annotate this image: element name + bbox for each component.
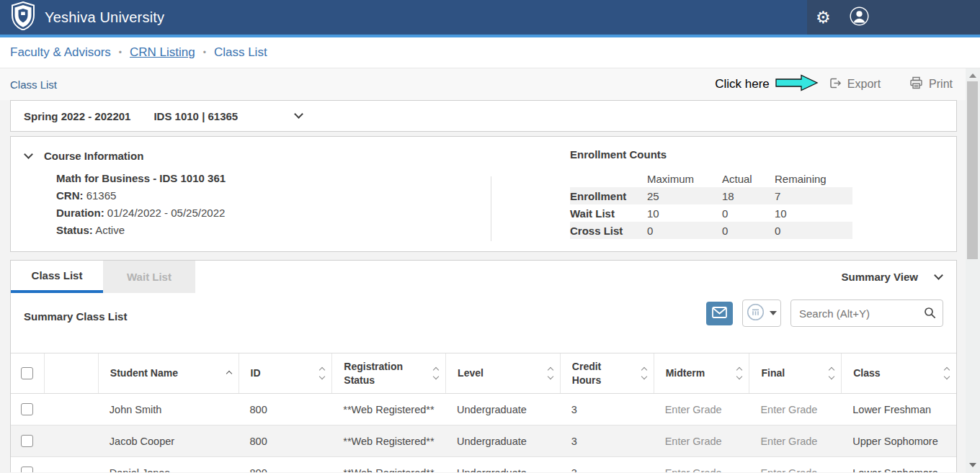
tab-class-list[interactable]: Class List xyxy=(11,261,103,293)
top-navbar: Yeshiva University ⚙ xyxy=(0,0,980,35)
click-here-annotation: Click here xyxy=(715,77,770,91)
student-class: Upper Sophomore xyxy=(841,436,956,447)
breadcrumb-separator: • xyxy=(203,48,206,58)
wait-list-row: Wait List 10 0 10 xyxy=(570,204,852,222)
registration-status: **Web Registered** xyxy=(331,404,445,415)
list-toolbar: Summary Class List xyxy=(11,293,956,339)
brand: Yeshiva University xyxy=(0,1,164,33)
tools-dropdown-button[interactable] xyxy=(742,299,781,327)
header-student-name[interactable]: Student Name xyxy=(98,353,239,393)
scrollbar-thumb[interactable] xyxy=(967,81,978,259)
selected-term: Spring 2022 - 202201 xyxy=(24,110,130,122)
table-header-row: Student Name ID Registration Status Leve… xyxy=(11,353,956,394)
sort-asc-icon xyxy=(226,370,231,376)
registration-status: **Web Registered** xyxy=(331,467,445,473)
sort-icons xyxy=(940,368,949,379)
row-checkbox[interactable] xyxy=(21,435,33,447)
midterm-enter-grade[interactable]: Enter Grade xyxy=(665,404,722,415)
student-id: 800 xyxy=(239,404,332,415)
envelope-icon xyxy=(712,307,727,320)
view-selector-label: Summary View xyxy=(842,271,918,283)
sort-icons xyxy=(733,368,741,379)
header-midterm[interactable]: Midterm xyxy=(654,353,749,393)
midterm-enter-grade[interactable]: Enter Grade xyxy=(665,436,722,447)
chevron-down-icon[interactable] xyxy=(294,109,303,119)
export-icon xyxy=(829,77,842,92)
vertical-divider xyxy=(491,176,491,241)
email-button[interactable] xyxy=(706,302,733,325)
search-icon[interactable] xyxy=(924,307,936,322)
header-blank xyxy=(44,353,98,393)
term-course-selector[interactable]: Spring 2022 - 202201 IDS 1010 | 61365 xyxy=(10,100,957,132)
cross-list-row: Cross List 0 0 0 xyxy=(570,222,852,239)
collapse-chevron-icon[interactable] xyxy=(24,150,33,159)
table-row: John Smith 800 **Web Registered** Underg… xyxy=(11,394,956,425)
brand-name: Yeshiva University xyxy=(45,9,164,26)
midterm-enter-grade[interactable]: Enter Grade xyxy=(665,467,722,473)
row-checkbox[interactable] xyxy=(21,403,33,415)
settings-gear-icon[interactable]: ⚙ xyxy=(816,9,831,26)
scrollbar-down-arrow[interactable] xyxy=(969,463,976,467)
row-checkbox[interactable] xyxy=(21,467,33,472)
sort-icons xyxy=(825,368,834,379)
student-level: Undergraduate xyxy=(445,436,560,447)
registration-status: **Web Registered** xyxy=(331,436,445,447)
sort-icons xyxy=(544,368,553,379)
student-class: Lower Freshman xyxy=(841,404,956,415)
class-list-panel: Class List Wait List Summary View Summar… xyxy=(10,260,957,472)
table-row: Daniel Jones 800 **Web Registered** Unde… xyxy=(11,457,956,472)
header-final[interactable]: Final xyxy=(749,353,841,393)
view-selector[interactable]: Summary View xyxy=(842,261,942,293)
breadcrumb-class-list[interactable]: Class List xyxy=(214,45,267,60)
credit-hours: 3 xyxy=(560,404,654,415)
search-input[interactable] xyxy=(790,299,943,327)
summary-class-list-heading: Summary Class List xyxy=(24,310,127,323)
breadcrumb-faculty-advisors[interactable]: Faculty & Advisors xyxy=(10,45,111,60)
header-level[interactable]: Level xyxy=(445,353,560,393)
student-level: Undergraduate xyxy=(445,467,560,473)
tab-wait-list[interactable]: Wait List xyxy=(103,261,195,293)
enrollment-counts: Enrollment Counts Maximum Actual Remaini… xyxy=(570,148,852,239)
user-avatar-icon[interactable] xyxy=(850,6,869,29)
breadcrumb-crn-listing[interactable]: CRN Listing xyxy=(130,45,195,60)
student-name: Jacob Cooper xyxy=(98,436,239,447)
print-button[interactable]: Print xyxy=(909,76,953,92)
enrollment-header-row: Maximum Actual Remaining xyxy=(570,170,852,187)
breadcrumb-separator: • xyxy=(119,48,122,58)
sort-icons xyxy=(638,368,646,379)
course-information-panel: Course Information Math for Business - I… xyxy=(10,136,957,252)
scrollbar-up-arrow[interactable] xyxy=(969,73,976,78)
student-id: 800 xyxy=(239,467,332,473)
student-class: Lower Sophomore xyxy=(841,467,956,473)
export-button[interactable]: Export xyxy=(829,77,881,92)
header-credit-hours[interactable]: Credit Hours xyxy=(560,353,654,393)
credit-hours: 3 xyxy=(560,467,654,473)
navbar-right-section: ⚙ xyxy=(807,0,980,35)
final-enter-grade[interactable]: Enter Grade xyxy=(760,404,817,415)
vertical-scrollbar[interactable] xyxy=(966,68,980,473)
sort-icons xyxy=(429,368,438,379)
final-enter-grade[interactable]: Enter Grade xyxy=(760,436,817,447)
header-registration-status[interactable]: Registration Status xyxy=(331,353,445,393)
student-id: 800 xyxy=(239,436,332,447)
enrollment-counts-title: Enrollment Counts xyxy=(570,148,852,161)
student-level: Undergraduate xyxy=(445,404,560,415)
selected-course: IDS 1010 | 61365 xyxy=(153,110,238,122)
tab-bar: Class List Wait List Summary View xyxy=(11,261,956,293)
header-class[interactable]: Class xyxy=(841,353,956,393)
page-header: Class List Click here Export xyxy=(0,68,980,100)
university-shield-logo xyxy=(10,1,36,33)
final-enter-grade[interactable]: Enter Grade xyxy=(760,467,817,473)
class-list-table: Student Name ID Registration Status Leve… xyxy=(11,353,956,472)
print-label: Print xyxy=(929,78,953,91)
header-id[interactable]: ID xyxy=(239,353,332,393)
course-information-title: Course Information xyxy=(44,150,143,162)
export-label: Export xyxy=(847,78,881,91)
select-all-checkbox[interactable] xyxy=(21,367,33,379)
chevron-down-icon xyxy=(934,271,943,280)
dropdown-caret-icon xyxy=(770,311,777,315)
sort-icons xyxy=(316,368,324,379)
print-icon xyxy=(909,76,923,92)
student-name: John Smith xyxy=(98,404,239,415)
grade-entry-icon xyxy=(747,303,765,323)
